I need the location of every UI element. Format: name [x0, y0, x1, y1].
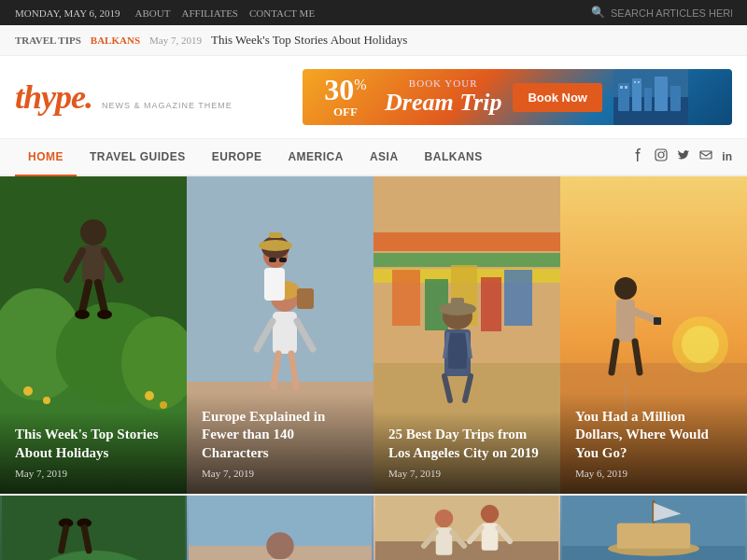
- ad-unit: %: [354, 77, 366, 93]
- linkedin-icon[interactable]: in: [722, 150, 732, 163]
- svg-rect-52: [374, 253, 560, 267]
- svg-point-73: [614, 277, 637, 300]
- article-title-2: Europe Explained in Fewer than 140 Chara…: [202, 408, 359, 463]
- svg-rect-10: [638, 81, 640, 83]
- svg-line-84: [62, 527, 66, 551]
- top-bar-left: MONDAY, MAY 6, 2019 ABOUT AFFILIATES CON…: [15, 7, 315, 19]
- nav-europe[interactable]: EUROPE: [199, 139, 275, 176]
- svg-point-27: [97, 310, 112, 319]
- svg-rect-91: [375, 541, 558, 560]
- article-title-3: 25 Best Day Trips from Los Angeles City …: [388, 426, 545, 462]
- article-title-4: You Had a Million Dollars, Where Would Y…: [575, 408, 732, 463]
- svg-rect-103: [617, 523, 690, 548]
- article-card-4[interactable]: You Had a Million Dollars, Where Would Y…: [560, 176, 747, 494]
- nav-asia[interactable]: ASIA: [357, 139, 412, 176]
- svg-point-12: [658, 152, 664, 158]
- nav: HOME TRAVEL GUIDES EUROPE AMERICA ASIA B…: [0, 139, 747, 176]
- svg-rect-5: [655, 77, 668, 111]
- svg-rect-51: [374, 232, 560, 251]
- svg-rect-14: [700, 151, 712, 159]
- svg-line-85: [84, 527, 89, 551]
- nav-america[interactable]: AMERICA: [275, 139, 357, 176]
- svg-rect-9: [634, 81, 636, 83]
- svg-rect-11: [655, 149, 667, 161]
- svg-rect-80: [2, 496, 185, 560]
- thumb-4[interactable]: [560, 496, 747, 560]
- breaking-label: TRAVEL TIPS: [15, 35, 81, 46]
- svg-rect-76: [654, 317, 661, 325]
- svg-point-20: [80, 219, 106, 245]
- bottom-row: [0, 494, 747, 560]
- breaking-date: May 7, 2019: [149, 35, 202, 46]
- ad-banner: 30 % OFF BOOK YOUR Dream Trip Book Now: [303, 69, 732, 125]
- about-link[interactable]: ABOUT: [135, 7, 171, 19]
- svg-line-78: [635, 342, 640, 372]
- breaking-category[interactable]: BALKANS: [91, 35, 140, 46]
- svg-point-26: [75, 310, 90, 319]
- svg-point-72: [682, 326, 719, 363]
- logo-tagline: NEWS & MAGAZINE THEME: [102, 101, 233, 110]
- thumb-1[interactable]: [0, 496, 187, 560]
- top-bar-right: 🔍: [591, 6, 732, 20]
- svg-rect-8: [625, 86, 627, 89]
- article-date-3: May 7, 2019: [388, 468, 545, 479]
- svg-rect-46: [269, 258, 276, 262]
- ad-off: OFF: [317, 105, 374, 119]
- thumb-3[interactable]: [374, 496, 560, 560]
- svg-rect-47: [279, 258, 287, 262]
- article-overlay-2: Europe Explained in Fewer than 140 Chara…: [187, 393, 374, 495]
- svg-point-96: [481, 505, 500, 524]
- article-card-3[interactable]: 25 Best Day Trips from Los Angeles City …: [374, 176, 560, 494]
- svg-rect-57: [481, 277, 501, 331]
- top-bar: MONDAY, MAY 6, 2019 ABOUT AFFILIATES CON…: [0, 0, 747, 25]
- top-date: MONDAY, MAY 6, 2019: [15, 7, 120, 19]
- affiliates-link[interactable]: AFFILIATES: [181, 7, 238, 19]
- book-now-button[interactable]: Book Now: [513, 83, 602, 112]
- svg-point-30: [145, 391, 154, 400]
- ad-middle: BOOK YOUR Dream Trip: [385, 77, 501, 117]
- breaking-bar: TRAVEL TIPS BALKANS May 7, 2019 This Wee…: [0, 25, 747, 56]
- article-card-2[interactable]: Europe Explained in Fewer than 140 Chara…: [187, 176, 374, 494]
- svg-line-39: [274, 354, 278, 386]
- article-card-1[interactable]: This Week's Top Stories About Holidays M…: [0, 176, 187, 494]
- svg-point-92: [435, 510, 454, 528]
- svg-rect-7: [620, 86, 623, 89]
- svg-rect-45: [264, 268, 285, 301]
- top-bar-links: ABOUT AFFILIATES CONTACT ME: [135, 7, 316, 19]
- main-grid: This Week's Top Stories About Holidays M…: [0, 176, 747, 494]
- svg-rect-54: [392, 270, 420, 326]
- contact-link[interactable]: CONTACT ME: [249, 7, 315, 19]
- nav-home[interactable]: HOME: [15, 139, 77, 176]
- article-title-1: This Week's Top Stories About Holidays: [15, 426, 172, 462]
- svg-rect-74: [616, 300, 635, 342]
- header: thype. NEWS & MAGAZINE THEME 30 % OFF BO…: [0, 56, 747, 139]
- svg-line-40: [291, 354, 296, 386]
- search-icon: 🔍: [591, 6, 605, 20]
- instagram-icon[interactable]: [655, 148, 668, 165]
- nav-balkans[interactable]: BALKANS: [412, 139, 496, 176]
- svg-rect-2: [618, 83, 629, 111]
- facebook-icon[interactable]: [632, 148, 645, 165]
- thumb-2[interactable]: [187, 496, 374, 560]
- svg-rect-36: [273, 312, 297, 354]
- nav-links: HOME TRAVEL GUIDES EUROPE AMERICA ASIA B…: [15, 139, 496, 175]
- nav-travel-guides[interactable]: TRAVEL GUIDES: [77, 139, 199, 176]
- logo[interactable]: thype.: [15, 77, 92, 117]
- svg-point-88: [266, 532, 293, 559]
- breaking-title: This Week's Top Stories About Holidays: [211, 33, 407, 48]
- article-date-1: May 7, 2019: [15, 468, 172, 479]
- svg-point-28: [23, 386, 33, 396]
- article-overlay-3: 25 Best Day Trips from Los Angeles City …: [374, 411, 560, 494]
- twitter-icon[interactable]: [677, 148, 690, 165]
- svg-rect-3: [632, 78, 641, 111]
- search-input[interactable]: [611, 7, 732, 19]
- article-date-2: May 7, 2019: [202, 468, 359, 479]
- svg-rect-61: [451, 298, 464, 307]
- nav-social: in: [632, 148, 732, 165]
- svg-rect-58: [504, 270, 532, 326]
- ad-dream: Dream Trip: [385, 89, 501, 117]
- email-icon[interactable]: [699, 148, 712, 165]
- article-overlay-1: This Week's Top Stories About Holidays M…: [0, 411, 187, 494]
- ad-image: [613, 69, 688, 125]
- ad-book: BOOK YOUR: [385, 77, 501, 89]
